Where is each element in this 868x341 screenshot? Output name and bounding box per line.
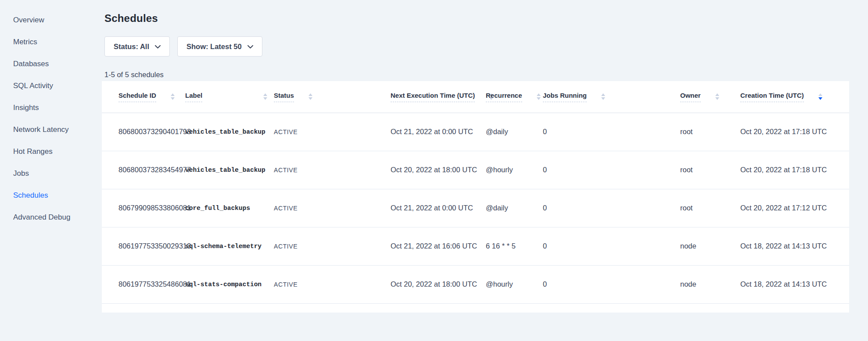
- sort-carets-icon[interactable]: [601, 93, 606, 100]
- status-filter-dropdown[interactable]: Status: All: [104, 36, 170, 57]
- table-header-row: Schedule IDLabelStatusNext Execution Tim…: [102, 81, 849, 113]
- cell-label: core_full_backups: [185, 189, 274, 227]
- cell-status: ACTIVE: [274, 189, 391, 227]
- status-filter-label: Status: All: [114, 43, 149, 51]
- table-row[interactable]: 806800373283454977vehicles_table_backupA…: [102, 151, 849, 189]
- sidebar-item-sql-activity[interactable]: SQL Activity: [0, 75, 102, 97]
- sidebar-item-hot-ranges[interactable]: Hot Ranges: [0, 141, 102, 163]
- cell-status: ACTIVE: [274, 113, 391, 151]
- cell-label: vehicles_table_backup: [185, 151, 274, 189]
- cell-next-execution: Oct 20, 2022 at 18:00 UTC: [391, 151, 486, 189]
- cell-owner: root: [680, 113, 740, 151]
- cell-next-execution: Oct 20, 2022 at 18:00 UTC: [391, 265, 486, 303]
- column-label: Status: [274, 92, 294, 102]
- column-header-label[interactable]: Label: [185, 81, 274, 113]
- column-label: Schedule ID: [118, 92, 156, 102]
- cell-recurrence: 6 16 * * 5: [486, 227, 543, 265]
- column-header-schedule-id[interactable]: Schedule ID: [102, 81, 185, 113]
- table-row[interactable]: 806799098533806081core_full_backupsACTIV…: [102, 189, 849, 227]
- results-count: 1-5 of 5 schedules: [104, 70, 868, 79]
- cell-label: sql-stats-compaction: [185, 265, 274, 303]
- sidebar-item-network-latency[interactable]: Network Latency: [0, 119, 102, 141]
- cell-status: ACTIVE: [274, 151, 391, 189]
- cell-id: 806197753325486081: [102, 265, 185, 303]
- cell-recurrence: @daily: [486, 113, 543, 151]
- chevron-down-icon: [155, 44, 161, 49]
- cell-owner: node: [680, 227, 740, 265]
- cell-next-execution: Oct 21, 2022 at 0:00 UTC: [391, 189, 486, 227]
- sidebar-item-advanced-debug[interactable]: Advanced Debug: [0, 206, 102, 228]
- main-content: Schedules Status: All Show: Latest 50 1-…: [102, 0, 868, 341]
- sidebar-item-jobs[interactable]: Jobs: [0, 163, 102, 185]
- cell-status: ACTIVE: [274, 265, 391, 303]
- cell-recurrence: @hourly: [486, 151, 543, 189]
- column-header-owner[interactable]: Owner: [680, 81, 740, 113]
- sidebar-item-schedules[interactable]: Schedules: [0, 185, 102, 206]
- cell-jobs-running: 0: [543, 189, 680, 227]
- filter-bar: Status: All Show: Latest 50: [104, 36, 868, 57]
- table-row[interactable]: 806197753325486081sql-stats-compactionAC…: [102, 265, 849, 303]
- sidebar: OverviewMetricsDatabasesSQL ActivityInsi…: [0, 0, 102, 341]
- page-title: Schedules: [104, 12, 868, 25]
- column-label: Owner: [680, 92, 701, 102]
- sort-carets-icon[interactable]: [170, 93, 175, 100]
- cell-label: sql-schema-telemetry: [185, 227, 274, 265]
- cell-creation-time: Oct 20, 2022 at 17:18 UTC: [740, 113, 849, 151]
- show-filter-label: Show: Latest 50: [187, 43, 242, 51]
- schedules-table: Schedule IDLabelStatusNext Execution Tim…: [102, 81, 849, 304]
- cell-id: 806800373290401793: [102, 113, 185, 151]
- table-row[interactable]: 806800373290401793vehicles_table_backupA…: [102, 113, 849, 151]
- cell-jobs-running: 0: [543, 151, 680, 189]
- column-header-creation-time-utc[interactable]: Creation Time (UTC): [740, 81, 849, 113]
- column-header-jobs-running[interactable]: Jobs Running: [543, 81, 680, 113]
- sort-carets-icon[interactable]: [263, 93, 268, 100]
- cell-status: ACTIVE: [274, 227, 391, 265]
- sidebar-item-metrics[interactable]: Metrics: [0, 31, 102, 53]
- schedules-table-panel: Schedule IDLabelStatusNext Execution Tim…: [102, 81, 849, 313]
- cell-jobs-running: 0: [543, 227, 680, 265]
- cell-recurrence: @daily: [486, 189, 543, 227]
- sort-carets-icon[interactable]: [715, 93, 720, 100]
- show-filter-dropdown[interactable]: Show: Latest 50: [177, 36, 262, 57]
- cell-owner: node: [680, 265, 740, 303]
- cell-id: 806800373283454977: [102, 151, 185, 189]
- column-label: Jobs Running: [543, 92, 587, 102]
- column-label: Next Execution Time (UTC): [391, 92, 475, 102]
- sort-carets-icon[interactable]: [536, 93, 541, 100]
- cell-next-execution: Oct 21, 2022 at 16:06 UTC: [391, 227, 486, 265]
- cell-id: 806799098533806081: [102, 189, 185, 227]
- column-label: Creation Time (UTC): [740, 92, 804, 102]
- cell-jobs-running: 0: [543, 113, 680, 151]
- cell-owner: root: [680, 151, 740, 189]
- column-header-status[interactable]: Status: [274, 81, 391, 113]
- cell-label: vehicles_table_backup: [185, 113, 274, 151]
- cell-jobs-running: 0: [543, 265, 680, 303]
- sort-carets-icon[interactable]: [818, 93, 823, 100]
- cell-next-execution: Oct 21, 2022 at 0:00 UTC: [391, 113, 486, 151]
- cell-creation-time: Oct 18, 2022 at 14:13 UTC: [740, 265, 849, 303]
- table-row[interactable]: 806197753350029313sql-schema-telemetryAC…: [102, 227, 849, 265]
- column-header-recurrence[interactable]: Recurrence: [486, 81, 543, 113]
- sidebar-item-overview[interactable]: Overview: [0, 9, 102, 31]
- sidebar-item-insights[interactable]: Insights: [0, 97, 102, 119]
- cell-owner: root: [680, 189, 740, 227]
- sidebar-item-databases[interactable]: Databases: [0, 53, 102, 75]
- cell-creation-time: Oct 20, 2022 at 17:18 UTC: [740, 151, 849, 189]
- column-label: Label: [185, 92, 202, 102]
- chevron-down-icon: [247, 44, 253, 49]
- cell-recurrence: @hourly: [486, 265, 543, 303]
- column-label: Recurrence: [486, 92, 522, 102]
- cell-creation-time: Oct 20, 2022 at 17:12 UTC: [740, 189, 849, 227]
- sort-carets-icon[interactable]: [308, 93, 313, 100]
- cell-creation-time: Oct 18, 2022 at 14:13 UTC: [740, 227, 849, 265]
- cell-id: 806197753350029313: [102, 227, 185, 265]
- column-header-next-execution-time-utc[interactable]: Next Execution Time (UTC): [391, 81, 486, 113]
